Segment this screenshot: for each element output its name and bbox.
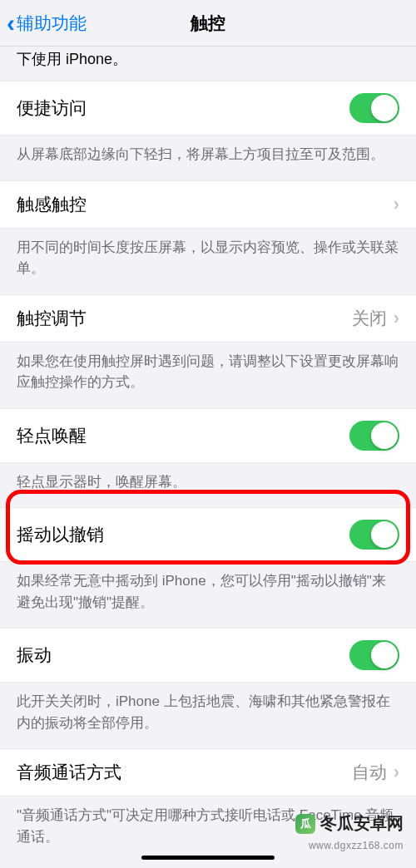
vibration-footer: 此开关关闭时，iPhone 上包括地震、海啸和其他紧急警报在内的振动将全部停用。 xyxy=(0,683,416,748)
back-label: 辅助功能 xyxy=(17,12,87,35)
touch-accommodations-cell[interactable]: 触控调节 关闭 › xyxy=(0,295,416,342)
touch-accommodations-group: 触控调节 关闭 › xyxy=(0,294,416,343)
chevron-right-icon: › xyxy=(394,308,399,329)
cell-value: 关闭 xyxy=(352,307,387,330)
watermark-url: www.dgxzz168.com xyxy=(309,840,404,851)
cell-label: 轻点唤醒 xyxy=(17,424,87,447)
vibration-group: 振动 xyxy=(0,628,416,683)
vibration-cell[interactable]: 振动 xyxy=(0,629,416,682)
reachability-footer: 从屏幕底部边缘向下轻扫，将屏幕上方项目拉至可及范围。 xyxy=(0,136,416,180)
watermark-brand: 瓜 冬瓜安卓网 xyxy=(295,812,404,835)
touch-accommodations-footer: 如果您在使用触控屏时遇到问题，请调整以下设置更改屏幕响应触控操作的方式。 xyxy=(0,343,416,408)
truncated-description: 下使用 iPhone。 xyxy=(0,47,416,81)
shake-to-undo-footer: 如果经常无意中摇动到 iPhone，您可以停用"摇动以撤销"来避免出现"撤销"提… xyxy=(0,562,416,628)
tap-to-wake-cell[interactable]: 轻点唤醒 xyxy=(0,409,416,462)
vibration-toggle[interactable] xyxy=(349,640,399,670)
home-indicator[interactable] xyxy=(141,856,275,860)
watermark-icon: 瓜 xyxy=(295,814,315,834)
shake-to-undo-group: 摇动以撤销 xyxy=(0,507,416,562)
cell-label: 音频通话方式 xyxy=(17,761,121,784)
tap-to-wake-group: 轻点唤醒 xyxy=(0,408,416,463)
call-audio-group: 音频通话方式 自动 › xyxy=(0,748,416,796)
page-title: 触控 xyxy=(191,12,225,35)
cell-label: 振动 xyxy=(17,644,52,667)
reachability-cell[interactable]: 便捷访问 xyxy=(0,81,416,135)
navigation-bar: ‹ 辅助功能 触控 xyxy=(0,0,416,47)
chevron-left-icon: ‹ xyxy=(7,11,15,36)
chevron-right-icon: › xyxy=(394,762,399,783)
cell-label: 摇动以撤销 xyxy=(17,523,104,546)
haptic-touch-group: 触感触控 › xyxy=(0,180,416,229)
shake-to-undo-toggle[interactable] xyxy=(349,520,399,550)
haptic-touch-footer: 用不同的时间长度按压屏幕，以显示内容预览、操作或关联菜单。 xyxy=(0,229,416,294)
cell-label: 触感触控 xyxy=(17,193,87,216)
haptic-touch-cell[interactable]: 触感触控 › xyxy=(0,181,416,228)
cell-label: 便捷访问 xyxy=(17,96,87,120)
chevron-right-icon: › xyxy=(394,194,399,215)
watermark-text: 冬瓜安卓网 xyxy=(320,812,404,835)
call-audio-cell[interactable]: 音频通话方式 自动 › xyxy=(0,749,416,796)
tap-to-wake-toggle[interactable] xyxy=(349,421,399,451)
tap-to-wake-footer: 轻点显示器时，唤醒屏幕。 xyxy=(0,463,416,508)
cell-label: 触控调节 xyxy=(17,307,87,330)
reachability-toggle[interactable] xyxy=(349,93,399,123)
shake-to-undo-cell[interactable]: 摇动以撤销 xyxy=(0,508,416,561)
cell-value: 自动 xyxy=(352,761,387,784)
reachability-group: 便捷访问 xyxy=(0,81,416,136)
back-button[interactable]: ‹ 辅助功能 xyxy=(0,11,87,36)
